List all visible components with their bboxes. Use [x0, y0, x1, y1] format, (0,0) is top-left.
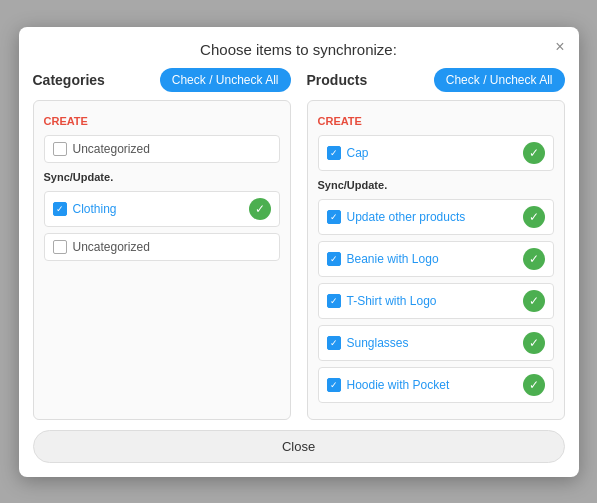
categories-check-uncheck-button[interactable]: Check / Uncheck All: [160, 68, 291, 92]
checkbox-prod-sunglasses[interactable]: [327, 336, 341, 350]
green-check-cat-clothing: ✓: [249, 198, 271, 220]
list-item: Clothing ✓: [44, 191, 280, 227]
item-label-prod-cap: Cap: [347, 146, 369, 160]
products-column: Products Check / Uncheck All CREATE Cap …: [307, 68, 565, 420]
list-item: Beanie with Logo ✓: [318, 241, 554, 277]
categories-list: CREATE Uncategorized Sync/Update. Clo: [33, 100, 291, 420]
checkbox-prod-update-other[interactable]: [327, 210, 341, 224]
close-button[interactable]: Close: [33, 430, 565, 463]
green-check-prod-sunglasses: ✓: [523, 332, 545, 354]
list-item: Uncategorized: [44, 233, 280, 261]
list-item: T-Shirt with Logo ✓: [318, 283, 554, 319]
item-label-prod-update-other: Update other products: [347, 210, 466, 224]
item-label-prod-tshirt: T-Shirt with Logo: [347, 294, 437, 308]
checkbox-cat-clothing[interactable]: [53, 202, 67, 216]
modal-body: Categories Check / Uncheck All CREATE Un…: [19, 68, 579, 420]
modal-overlay: Choose items to synchronize: × Categorie…: [0, 0, 597, 503]
list-item: Hoodie with Pocket ✓: [318, 367, 554, 403]
products-list-wrapper: CREATE Cap ✓ Sync/Update.: [307, 100, 565, 420]
modal-header: Choose items to synchronize: ×: [19, 27, 579, 68]
item-label-cat-uncategorized-sync: Uncategorized: [73, 240, 150, 254]
products-sync-label: Sync/Update.: [318, 179, 554, 191]
item-label-cat-clothing: Clothing: [73, 202, 117, 216]
green-check-prod-hoodie: ✓: [523, 374, 545, 396]
green-check-prod-cap: ✓: [523, 142, 545, 164]
list-item: Sunglasses ✓: [318, 325, 554, 361]
products-check-uncheck-button[interactable]: Check / Uncheck All: [434, 68, 565, 92]
modal: Choose items to synchronize: × Categorie…: [19, 27, 579, 477]
checkbox-cat-uncategorized-create[interactable]: [53, 142, 67, 156]
checkbox-prod-hoodie[interactable]: [327, 378, 341, 392]
products-header: Products Check / Uncheck All: [307, 68, 565, 92]
modal-footer: Close: [19, 420, 579, 477]
modal-title: Choose items to synchronize:: [200, 41, 397, 58]
green-check-prod-beanie: ✓: [523, 248, 545, 270]
categories-sync-label: Sync/Update.: [44, 171, 280, 183]
list-item: Update other products ✓: [318, 199, 554, 235]
checkbox-prod-tshirt[interactable]: [327, 294, 341, 308]
checkbox-cat-uncategorized-sync[interactable]: [53, 240, 67, 254]
categories-column: Categories Check / Uncheck All CREATE Un…: [33, 68, 291, 420]
item-label-prod-hoodie: Hoodie with Pocket: [347, 378, 450, 392]
item-label-cat-uncategorized-create: Uncategorized: [73, 142, 150, 156]
categories-create-label: CREATE: [44, 115, 280, 127]
item-label-prod-sunglasses: Sunglasses: [347, 336, 409, 350]
list-item: Uncategorized: [44, 135, 280, 163]
categories-title: Categories: [33, 72, 105, 88]
green-check-prod-tshirt: ✓: [523, 290, 545, 312]
item-label-prod-beanie: Beanie with Logo: [347, 252, 439, 266]
list-item: Cap ✓: [318, 135, 554, 171]
products-list: CREATE Cap ✓ Sync/Update.: [307, 100, 565, 420]
checkbox-prod-beanie[interactable]: [327, 252, 341, 266]
green-check-prod-update-other: ✓: [523, 206, 545, 228]
close-icon-button[interactable]: ×: [555, 39, 564, 55]
checkbox-prod-cap[interactable]: [327, 146, 341, 160]
products-title: Products: [307, 72, 368, 88]
categories-header: Categories Check / Uncheck All: [33, 68, 291, 92]
products-create-label: CREATE: [318, 115, 554, 127]
